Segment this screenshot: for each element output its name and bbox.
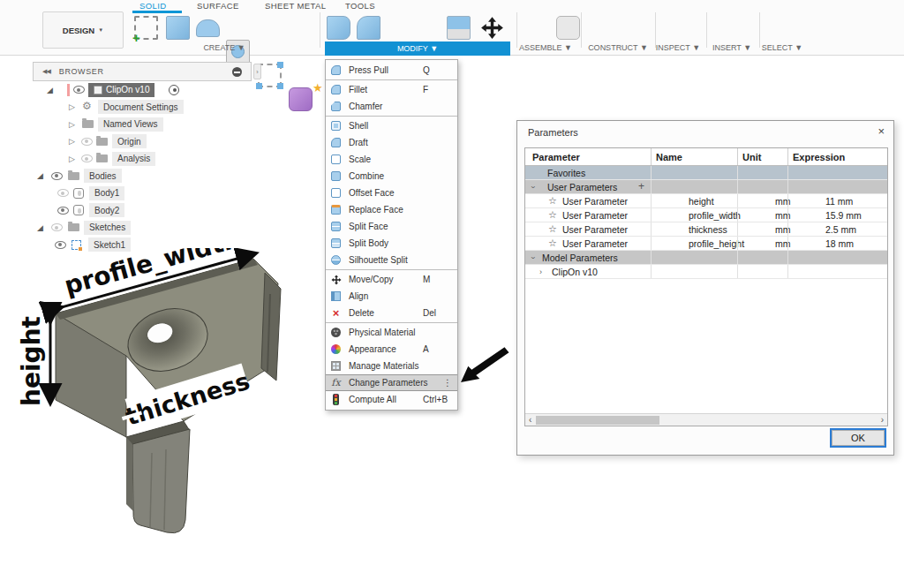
parameter-row-height[interactable]: ☆ User Parameter height mm 11 mm	[525, 194, 887, 208]
expand-arrow-icon[interactable]: ›	[539, 268, 542, 276]
menu-item-draft[interactable]: Draft	[326, 134, 457, 151]
construct-group-label[interactable]: CONSTRUCT ▼	[581, 43, 655, 52]
menu-item-chamfer[interactable]: Chamfer	[326, 98, 457, 115]
tree-item-label[interactable]: Body1	[89, 186, 124, 200]
press-pull-icon[interactable]	[327, 16, 350, 40]
menu-item-fillet[interactable]: Fillet F	[326, 81, 457, 98]
tab-surface[interactable]: SURFACE	[197, 1, 239, 11]
favorite-star-icon[interactable]: ☆	[548, 237, 557, 249]
menu-item-compute-all[interactable]: Compute All Ctrl+B	[326, 391, 457, 408]
assemble-group-label[interactable]: ASSEMBLE ▼	[514, 43, 577, 52]
model-component-row[interactable]: › ClipOn v10	[525, 265, 887, 279]
menu-item-appearance[interactable]: Appearance A	[326, 341, 457, 358]
menu-item-manage-materials[interactable]: Manage Materials	[326, 358, 457, 374]
user-parameters-group-row[interactable]: › User Parameters +	[525, 180, 887, 194]
tree-item-label[interactable]: Sketches	[84, 221, 131, 235]
panel-resize-handle[interactable]: ›	[253, 64, 261, 79]
create-form-icon[interactable]: ★	[289, 87, 313, 111]
menu-item-offset-face[interactable]: Offset Face	[326, 185, 457, 201]
parameter-row-profile-height[interactable]: ☆ User Parameter profile_height mm 18 mm	[525, 237, 887, 251]
activate-component-icon[interactable]	[169, 85, 179, 95]
collapsed-arrow-icon[interactable]: ▷	[69, 137, 75, 146]
close-icon[interactable]: ×	[878, 124, 885, 138]
visibility-eye-icon[interactable]	[57, 207, 69, 215]
pattern-icon[interactable]	[258, 64, 282, 87]
menu-item-press-pull[interactable]: Press Pull Q	[326, 62, 457, 79]
chevron-down-icon[interactable]: ›	[529, 257, 538, 260]
favorite-star-icon[interactable]: ☆	[548, 209, 557, 221]
display-settings-icon[interactable]	[232, 67, 242, 77]
tree-item-label[interactable]: Document Settings	[98, 100, 184, 114]
tree-item-label[interactable]: Origin	[112, 134, 147, 148]
menu-item-split-body[interactable]: Split Body	[326, 235, 457, 252]
chevron-down-icon[interactable]: ›	[529, 186, 538, 189]
collapsed-arrow-icon[interactable]: ▷	[69, 155, 75, 163]
tree-item-label[interactable]: Bodies	[84, 169, 122, 183]
collapsed-arrow-icon[interactable]: ▷	[69, 102, 75, 111]
toolbar: SOLID SURFACE SHEET METAL TOOLS DESIGN ▼…	[0, 0, 904, 56]
select-group-label[interactable]: SELECT ▼	[756, 43, 809, 52]
visibility-eye-icon[interactable]	[51, 172, 63, 180]
menu-item-change-parameters[interactable]: fx Change Parameters ⋮	[326, 374, 457, 391]
tree-row: ▷ ⚙ Document Settings	[33, 99, 252, 116]
menu-item-replace-face[interactable]: Replace Face	[326, 201, 457, 218]
horizontal-scrollbar[interactable]: ‹ ›	[525, 413, 887, 426]
menu-item-shell[interactable]: Shell	[326, 117, 457, 134]
fillet-icon[interactable]	[357, 16, 380, 40]
parameter-row-profile-width[interactable]: ☆ User Parameter profile_width mm 15.9 m…	[525, 208, 887, 222]
sweep-icon[interactable]	[196, 19, 220, 37]
visibility-eye-icon[interactable]	[81, 155, 93, 162]
menu-item-split-face[interactable]: Split Face	[326, 218, 457, 235]
collapse-panel-icon[interactable]: ◀◀	[42, 68, 50, 75]
visibility-eye-icon[interactable]	[81, 138, 93, 146]
add-parameter-icon[interactable]: +	[638, 180, 644, 192]
split-body-icon[interactable]	[447, 16, 471, 40]
menu-item-scale[interactable]: Scale	[326, 151, 457, 168]
appearance-icon	[330, 343, 342, 355]
visibility-eye-icon[interactable]	[57, 189, 69, 197]
modify-group-label[interactable]: MODIFY ▼	[325, 41, 510, 56]
scroll-right-icon[interactable]: ›	[881, 414, 884, 426]
menu-item-combine[interactable]: Combine	[326, 168, 457, 185]
scrollbar-thumb[interactable]	[536, 416, 659, 425]
visibility-eye-icon[interactable]	[73, 86, 85, 94]
favorite-star-icon[interactable]: ☆	[548, 223, 557, 235]
collapsed-arrow-icon[interactable]: ▷	[69, 120, 75, 129]
tree-item-label[interactable]: Analysis	[112, 152, 155, 166]
model-parameters-group-row[interactable]: › Model Parameters	[525, 251, 887, 265]
menu-item-physical-material[interactable]: Physical Material	[326, 324, 457, 341]
insert-group-label[interactable]: INSERT ▼	[704, 43, 759, 52]
create-sketch-icon[interactable]: +	[134, 16, 158, 40]
menu-item-silhouette-split[interactable]: Silhouette Split	[326, 252, 457, 268]
expand-arrow-icon[interactable]: ◢	[47, 86, 53, 94]
tree-item-label[interactable]: Body2	[89, 203, 124, 217]
tab-sheet-metal[interactable]: SHEET METAL	[265, 1, 327, 11]
toolbar-divider	[759, 12, 760, 48]
ok-button[interactable]: OK	[830, 428, 886, 448]
favorites-row[interactable]: Favorites	[525, 166, 887, 180]
design-workspace-button[interactable]: DESIGN ▼	[42, 11, 124, 49]
menu-item-delete[interactable]: × Delete Del	[326, 305, 457, 321]
move-icon[interactable]	[480, 16, 504, 40]
favorite-star-icon[interactable]: ☆	[548, 195, 557, 207]
toolbar-divider	[320, 12, 320, 48]
folder-icon	[68, 172, 79, 180]
expand-arrow-icon[interactable]: ◢	[37, 223, 43, 232]
browser-header[interactable]: ◀◀ BROWSER	[33, 62, 252, 81]
tab-tools[interactable]: TOOLS	[345, 1, 375, 11]
tab-solid[interactable]: SOLID	[139, 1, 167, 11]
component-label[interactable]: ClipOn v10	[88, 83, 154, 97]
delete-icon: ×	[330, 307, 342, 319]
create-group-label[interactable]: CREATE ▼	[132, 43, 316, 52]
press-pull-icon	[330, 64, 342, 76]
menu-item-align[interactable]: Align	[326, 288, 457, 305]
joint-icon[interactable]	[556, 16, 580, 40]
menu-item-move-copy[interactable]: Move/Copy M	[326, 271, 457, 288]
extrude-icon[interactable]	[166, 16, 190, 40]
visibility-eye-icon[interactable]	[51, 223, 63, 231]
scroll-left-icon[interactable]: ‹	[529, 414, 531, 426]
inspect-group-label[interactable]: INSPECT ▼	[650, 43, 706, 52]
parameter-row-thickness[interactable]: ☆ User Parameter thickness mm 2.5 mm	[525, 222, 887, 237]
tree-item-label[interactable]: Named Views	[98, 117, 163, 132]
expand-arrow-icon[interactable]: ◢	[37, 171, 43, 180]
